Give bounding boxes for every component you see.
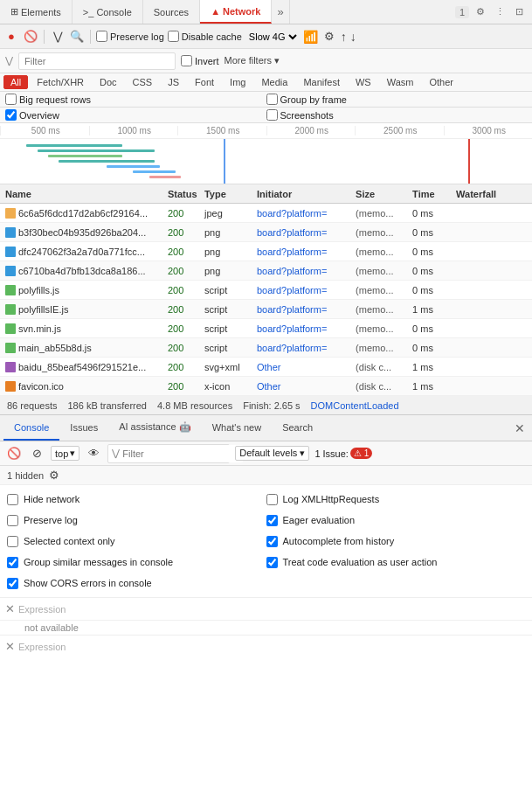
upload-button[interactable]: ↑ [341,30,347,44]
tab-network[interactable]: ▲ Network [200,0,272,24]
td-size: (disk c... [352,362,409,372]
file-type-icon [5,247,16,257]
search-button[interactable]: 🔍 [69,29,85,45]
more-options-icon[interactable]: ⋮ [492,4,508,19]
type-filter-manifest[interactable]: Manifest [296,75,347,89]
bottom-tab-ai-assistance---[interactable]: AI assistance 🤖 [108,415,201,441]
col-header-size[interactable]: Size [352,189,409,199]
console-option-log-xmlhttprequests[interactable]: Log XMLHttpRequests [266,489,526,510]
console-clear-button[interactable]: 🚫 [5,445,23,462]
type-filter-js[interactable]: JS [161,75,186,89]
console-icon: >_ [83,7,94,17]
filter-input[interactable] [18,52,176,70]
tab-sources[interactable]: Sources [143,0,200,24]
col-header-waterfall[interactable]: Waterfall [453,189,530,199]
screenshots-checkbox[interactable]: Screenshots [266,109,528,121]
transferred-size: 186 kB transferred [67,400,147,411]
td-size: (memo... [352,247,409,257]
execution-context-select[interactable]: top ▾ [51,446,79,461]
table-row[interactable]: svn.min.js 200 script board?platform= (m… [0,319,532,338]
td-size: (memo... [352,266,409,276]
type-filter-other[interactable]: Other [422,75,460,89]
console-option-autocomplete-from-history[interactable]: Autocomplete from history [266,531,526,552]
download-button[interactable]: ↓ [350,30,356,44]
table-row[interactable]: favicon.ico 200 x-icon Other (disk c... … [0,377,532,396]
bottom-tab-what-s-new[interactable]: What's new [202,415,273,441]
type-filter-fetch/xhr[interactable]: Fetch/XHR [30,75,91,89]
type-filter-all[interactable]: All [3,75,28,89]
hidden-settings-icon[interactable]: ⚙ [49,469,59,482]
tab-console[interactable]: >_ Console [73,0,143,24]
table-row[interactable]: baidu_85beaf5496f291521e... 200 svg+xml … [0,358,532,377]
eye-button[interactable]: 👁 [85,445,102,462]
dom-content-loaded: DOMContentLoaded [311,400,399,411]
default-levels-select[interactable]: Default levels ▾ [235,446,309,461]
table-row[interactable]: c6710ba4d7bfb13dca8a186... 200 png board… [0,261,532,281]
throttle-select[interactable]: Slow 4G [245,31,300,43]
chevron-down-icon: ▾ [70,448,75,459]
settings-icon[interactable]: ⚙ [473,4,488,19]
timeline-chart[interactable] [0,139,532,184]
bottom-panel-close[interactable]: ✕ [511,421,529,435]
elements-icon: ⊞ [10,6,18,17]
td-time: 0 ms [409,343,453,353]
invert-checkbox[interactable]: Invert [181,55,219,66]
expression-input-1[interactable] [18,604,527,615]
type-filter-font[interactable]: Font [188,75,221,89]
more-filters-button[interactable]: More filters ▾ [225,55,280,66]
console-option-group-similar-messages-in-console[interactable]: Group similar messages in console [7,552,266,573]
expression-input-2[interactable] [18,642,527,652]
col-header-type[interactable]: Type [201,189,253,199]
col-header-name[interactable]: Name [2,189,164,199]
table-row[interactable]: dfc247062f3a2a7d0a771fcc... 200 png boar… [0,242,532,261]
col-header-time[interactable]: Time [409,189,453,199]
type-filter-wasm[interactable]: Wasm [380,75,421,89]
bottom-tab-console[interactable]: Console [3,415,59,441]
expression-clear-2[interactable]: ✕ [5,640,15,653]
col-header-status[interactable]: Status [164,189,201,199]
tab-elements[interactable]: ⊞ Elements [0,0,73,24]
type-filter-doc[interactable]: Doc [93,75,124,89]
preserve-log-checkbox[interactable]: Preserve log [96,31,164,42]
timeline-area[interactable]: 500 ms1000 ms1500 ms2000 ms2500 ms3000 m… [0,123,532,184]
td-initiator: board?platform= [253,304,352,315]
settings-button[interactable]: ⚙ [321,29,337,45]
table-row[interactable]: b3f30bec04b935d926ba204... 200 png board… [0,223,532,242]
record-button[interactable]: ● [3,29,19,45]
console-option-treat-code-evaluation-as-user-action[interactable]: Treat code evaluation as user action [266,552,526,573]
col-header-initiator[interactable]: Initiator [253,189,352,199]
table-row[interactable]: 6c6a5f6dcd17d2ab6cf29164... 200 jpeg boa… [0,204,532,223]
type-filter-media[interactable]: Media [254,75,294,89]
table-row[interactable]: polyfillsIE.js 200 script board?platform… [0,300,532,319]
console-filter-input[interactable] [122,445,243,462]
console-option-eager-evaluation[interactable]: Eager evaluation [266,510,526,531]
type-filter-img[interactable]: Img [223,75,252,89]
overview-checkbox[interactable]: Overview [5,109,266,121]
bottom-tab-issues[interactable]: Issues [59,415,108,441]
console-option-selected-context-only[interactable]: Selected context only [7,531,266,552]
console-option-hide-network[interactable]: Hide network [7,489,266,510]
td-type: x-icon [201,381,253,392]
console-option-show-cors-errors-in-console[interactable]: Show CORS errors in console [7,573,266,594]
td-initiator: board?platform= [253,227,352,238]
table-row[interactable]: main_ab55b8d.js 200 script board?platfor… [0,338,532,358]
group-by-frame-checkbox[interactable]: Group by frame [266,94,528,105]
console-ban-button[interactable]: ⊘ [28,445,45,462]
bottom-tab-search[interactable]: Search [272,415,323,441]
tab-more[interactable]: » [272,0,289,24]
disable-cache-checkbox[interactable]: Disable cache [168,31,242,42]
td-size: (memo... [352,227,409,238]
options-row-2: Overview Screenshots [0,108,532,123]
filter-toggle-button[interactable]: ⋁ [50,29,66,45]
table-row[interactable]: polyfills.js 200 script board?platform= … [0,281,532,300]
expression-clear-1[interactable]: ✕ [5,602,15,615]
type-filter-ws[interactable]: WS [349,75,378,89]
dock-icon[interactable]: ⊡ [512,4,527,19]
big-request-rows-checkbox[interactable]: Big request rows [5,94,266,105]
type-filter-css[interactable]: CSS [126,75,160,89]
td-type: png [201,247,253,257]
clear-button[interactable]: 🚫 [23,29,38,45]
file-type-icon [5,343,16,353]
file-type-icon [5,227,16,238]
console-option-preserve-log[interactable]: Preserve log [7,510,266,531]
